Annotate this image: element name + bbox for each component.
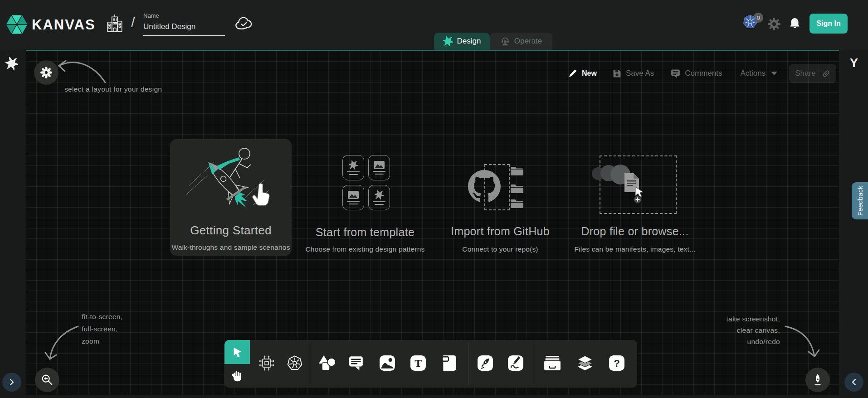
pen-actions-button[interactable] xyxy=(805,368,830,392)
toolbar-divider xyxy=(310,343,310,385)
feedback-label: Feedback xyxy=(856,186,864,216)
settings-gear-icon[interactable] xyxy=(767,17,781,31)
comment-tool-button[interactable] xyxy=(346,352,367,374)
tab-design-label: Design xyxy=(457,37,481,46)
layers-icon xyxy=(576,354,594,372)
cloud-sync-icon xyxy=(234,16,254,31)
pen-icon xyxy=(477,355,493,371)
tab-design[interactable]: Design xyxy=(434,33,490,50)
card-title: Drop file or browse... xyxy=(571,225,698,238)
comments-button[interactable]: Comments xyxy=(685,69,722,78)
kanvas-app: KANVAS / Name Untitled Design 0 xyxy=(0,0,868,398)
shapes-tool-button[interactable] xyxy=(317,352,338,374)
help-tool-button[interactable]: ? xyxy=(606,352,628,374)
cursor-arrow-icon xyxy=(231,346,243,358)
brand-title: KANVAS xyxy=(32,17,96,33)
feedback-tab[interactable]: Feedback xyxy=(852,182,868,219)
hand-cursor-icon xyxy=(251,184,271,206)
pan-tool-button[interactable] xyxy=(224,364,250,388)
expand-left-panel-button[interactable] xyxy=(2,373,21,392)
credits-count: 0 xyxy=(756,15,760,21)
card-title: Import from GitHub xyxy=(440,225,561,238)
share-label: Share xyxy=(795,69,815,78)
y-tool-icon[interactable]: Y xyxy=(846,55,862,71)
svg-text:T: T xyxy=(414,358,422,369)
y-glyph: Y xyxy=(850,56,858,70)
new-button[interactable]: New xyxy=(582,69,597,78)
card-subtitle: Choose from existing design patterns xyxy=(300,245,430,253)
canvas-actions-hint-arrow xyxy=(783,322,821,362)
tab-operate[interactable]: Operate xyxy=(490,33,552,50)
select-layout-button[interactable] xyxy=(34,60,59,85)
share-button[interactable]: Share xyxy=(789,64,836,83)
toolbar-divider xyxy=(468,343,468,385)
github-icon xyxy=(468,170,501,203)
chevron-right-icon xyxy=(8,379,15,386)
design-name-field[interactable]: Name Untitled Design xyxy=(143,12,225,36)
text-tool-button[interactable]: T xyxy=(407,352,429,374)
name-field-label: Name xyxy=(143,12,225,19)
card-subtitle: Connect to your repo(s) xyxy=(440,245,561,253)
drawer-tool-button[interactable] xyxy=(541,352,563,374)
repo-folders-icon xyxy=(510,165,525,210)
card-title: Getting Started xyxy=(170,223,292,238)
image-tool-button[interactable] xyxy=(376,352,398,374)
name-field-value[interactable]: Untitled Design xyxy=(143,22,225,36)
pencil-scribble-icon xyxy=(507,355,524,371)
card-start-from-template[interactable]: Start from template Choose from existing… xyxy=(305,150,425,256)
kubernetes-tool-button[interactable] xyxy=(284,352,306,374)
mode-tabs: Design Operate xyxy=(434,33,552,50)
text-icon: T xyxy=(410,355,426,371)
comments-icon xyxy=(670,68,681,78)
canvas-actions-hint-text: take screenshot, clear canvas, undo/redo xyxy=(689,313,780,347)
drawer-icon xyxy=(543,355,561,371)
tools-toolbar: T xyxy=(224,340,637,388)
spiral-icon xyxy=(375,190,384,199)
sign-in-label: Sign In xyxy=(816,19,840,28)
component-tool-button[interactable] xyxy=(256,352,278,374)
chevron-down-icon[interactable] xyxy=(771,72,777,75)
layout-asterisk-icon xyxy=(40,67,52,78)
template-tile-image xyxy=(368,155,390,180)
save-as-button[interactable]: Save As xyxy=(626,69,654,78)
svg-text:?: ? xyxy=(614,358,620,369)
help-icon: ? xyxy=(609,355,625,371)
template-tiles xyxy=(342,155,390,210)
card-getting-started[interactable]: Getting Started Walk-throughs and sample… xyxy=(170,139,292,256)
save-as-floppy-icon xyxy=(612,69,622,78)
card-import-github[interactable]: Import from GitHub Connect to your repo(… xyxy=(440,150,561,256)
kubernetes-credits-badge[interactable]: 0 xyxy=(742,12,765,32)
sign-in-button[interactable]: Sign In xyxy=(809,14,848,34)
zoom-button[interactable] xyxy=(35,368,59,392)
card-drop-file[interactable]: Drop file or browse... Files can be mani… xyxy=(571,150,698,256)
zoom-hint-arrow xyxy=(42,321,83,365)
template-tile-spiral xyxy=(342,155,364,180)
comment-bubble-icon xyxy=(348,355,365,371)
tab-operate-label: Operate xyxy=(514,37,542,46)
card-title: Start from template xyxy=(305,226,425,239)
magnifier-plus-icon xyxy=(41,374,54,386)
toolbar-divider xyxy=(534,343,534,385)
hand-icon xyxy=(231,369,244,382)
organization-building-icon[interactable] xyxy=(105,14,124,34)
layers-tool-button[interactable] xyxy=(574,352,596,374)
select-tool-button[interactable] xyxy=(224,340,250,364)
canvas-action-bar: New Save As Comments Actions Share xyxy=(568,63,836,83)
share-link-icon xyxy=(822,69,830,78)
expand-right-panel-button[interactable] xyxy=(844,373,863,392)
pencil-tool-button[interactable] xyxy=(505,352,527,374)
zoom-hint-text: fit-to-screen, full-screen, zoom xyxy=(82,311,122,347)
layout-hint-text: select a layout for your design xyxy=(64,85,162,93)
note-tool-button[interactable] xyxy=(438,352,459,374)
pen-nib-icon xyxy=(811,373,824,387)
notifications-bell-icon[interactable] xyxy=(789,17,801,30)
circuit-chip-icon xyxy=(258,354,275,372)
image-icon xyxy=(374,161,385,169)
actions-menu-button[interactable]: Actions xyxy=(740,69,766,78)
template-tile-spiral xyxy=(368,185,390,210)
template-tile-image xyxy=(342,185,364,210)
pen-tool-button[interactable] xyxy=(474,352,496,374)
kanvas-logo-icon xyxy=(5,12,29,37)
file-drop-icon xyxy=(624,172,651,205)
card-subtitle: Files can be manifests, images, text... xyxy=(571,245,698,253)
